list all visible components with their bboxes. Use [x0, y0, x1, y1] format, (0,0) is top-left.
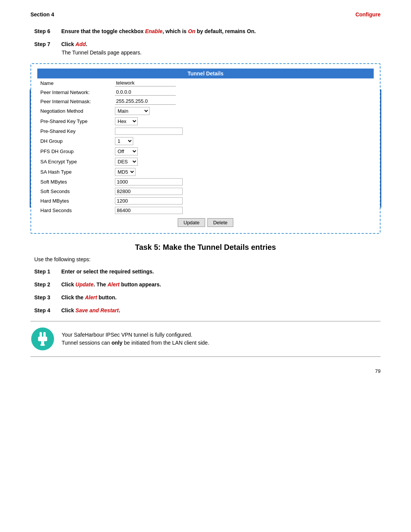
soft-seconds-input[interactable]: [115, 188, 183, 195]
update-button[interactable]: Update: [178, 218, 205, 227]
field-value-pskt[interactable]: Hex ASCII: [113, 116, 374, 126]
table-row: PFS DH Group Off 1 2 5: [37, 146, 374, 157]
field-value-name: telework: [113, 78, 374, 88]
task5-step-1-text: Enter or select the required settings.: [61, 268, 154, 275]
note-line2: Tunnel sessions can only be initiated fr…: [62, 339, 209, 347]
task5-step-4-number: Step 4: [34, 307, 55, 313]
task5-step-2-block: Step 2 Click Update. The Alert button ap…: [30, 281, 381, 288]
field-label-softs: Soft Seconds: [37, 187, 113, 196]
field-label-pinm: Peer Internal Netmask:: [37, 97, 113, 106]
note-icon: [30, 327, 55, 351]
field-value-psk[interactable]: [113, 126, 374, 136]
step-6-block: Step 6 Ensure that the toggle checkbox E…: [30, 28, 381, 34]
configure-label: Configure: [355, 11, 381, 18]
field-value-dhg[interactable]: 1 2 5: [113, 136, 374, 146]
hard-mbytes-input[interactable]: [115, 197, 183, 204]
svg-rect-2: [43, 332, 46, 337]
task5-step-3-text: Click the Alert button.: [61, 294, 116, 300]
field-label-pskt: Pre-Shared Key Type: [37, 116, 113, 126]
table-row: Negotiation Method Main Aggressive: [37, 106, 374, 116]
sa-encrypt-type-select[interactable]: DES 3DES AES: [115, 158, 138, 166]
field-value-saht[interactable]: MD5 SHA1: [113, 167, 374, 177]
field-value-pin: 0.0.0.0: [113, 88, 374, 97]
task5-step-1-block: Step 1 Enter or select the required sett…: [30, 268, 381, 275]
task5-step-1-line: Step 1 Enter or select the required sett…: [34, 268, 381, 275]
page-header: Section 4 Configure: [30, 11, 381, 18]
task5-step-3-line: Step 3 Click the Alert button.: [34, 294, 381, 300]
psk-type-select[interactable]: Hex ASCII: [115, 117, 138, 125]
task5-step-4-line: Step 4 Click Save and Restart.: [34, 307, 381, 313]
field-label-softmb: Soft MBytes: [37, 177, 113, 187]
tunnel-button-row: Update Delete: [37, 218, 374, 227]
task5-step-3-number: Step 3: [34, 294, 55, 300]
table-row: Hard Seconds: [37, 206, 374, 215]
table-row: Soft Seconds: [37, 187, 374, 196]
field-label-dhg: DH Group: [37, 136, 113, 146]
field-label-pfsdhg: PFS DH Group: [37, 146, 113, 157]
field-value-pinm: 255.255.255.0: [113, 97, 374, 106]
table-row: Soft MBytes: [37, 177, 374, 187]
table-row: Peer Internal Netmask: 255.255.255.0: [37, 97, 374, 106]
pfs-dh-group-select[interactable]: Off 1 2 5: [115, 147, 138, 155]
field-value-softs[interactable]: [113, 187, 374, 196]
note-box: Your SafeHarbour IPSec VPN tunnel is ful…: [30, 321, 381, 357]
tunnel-title: Tunnel Details: [37, 69, 374, 78]
field-label-hards: Hard Seconds: [37, 206, 113, 215]
table-row: SA Encrypt Type DES 3DES AES: [37, 157, 374, 167]
field-label-name: Name: [37, 78, 113, 88]
step-7-line: Step 7 Click Add.: [34, 41, 381, 47]
field-value-pfsdhg[interactable]: Off 1 2 5: [113, 146, 374, 157]
field-value-hardmb[interactable]: [113, 196, 374, 206]
page-number: 79: [30, 368, 381, 374]
negotiation-method-select[interactable]: Main Aggressive: [115, 107, 150, 115]
table-row: SA Hash Type MD5 SHA1: [37, 167, 374, 177]
field-label-saet: SA Encrypt Type: [37, 157, 113, 167]
task5-heading: Task 5: Make the Tunnel Details entries: [30, 243, 381, 252]
section-label: Section 4: [30, 11, 54, 18]
tunnel-panel-wrapper: Tunnel Details Name telework Peer Intern…: [30, 63, 381, 234]
svg-rect-3: [38, 337, 47, 341]
field-value-saet[interactable]: DES 3DES AES: [113, 157, 374, 167]
field-label-hardmb: Hard MBytes: [37, 196, 113, 206]
step-6-text: Ensure that the toggle checkbox Enable, …: [61, 28, 256, 34]
field-value-hards[interactable]: [113, 206, 374, 215]
step-7-text: Click Add.: [61, 41, 87, 47]
step-6-number: Step 6: [34, 28, 55, 34]
step-7-block: Step 7 Click Add. The Tunnel Details pag…: [30, 41, 381, 56]
step-7-sub: The Tunnel Details page appears.: [34, 50, 381, 56]
step-7-number: Step 7: [34, 41, 55, 47]
svg-rect-5: [40, 344, 45, 346]
step-6-line: Step 6 Ensure that the toggle checkbox E…: [34, 28, 381, 34]
field-label-negm: Negotiation Method: [37, 106, 113, 116]
sa-hash-type-select[interactable]: MD5 SHA1: [115, 168, 135, 176]
hard-seconds-input[interactable]: [115, 207, 183, 214]
task5-step-2-text: Click Update. The Alert button appears.: [61, 281, 161, 288]
psk-input[interactable]: [115, 128, 183, 135]
note-line1: Your SafeHarbour IPSec VPN tunnel is ful…: [62, 331, 209, 339]
dh-group-select[interactable]: 1 2 5: [115, 137, 133, 145]
task5-step-1-number: Step 1: [34, 268, 55, 275]
tunnel-panel: Tunnel Details Name telework Peer Intern…: [30, 63, 381, 234]
field-value-negm[interactable]: Main Aggressive: [113, 106, 374, 116]
field-label-psk: Pre-Shared Key: [37, 126, 113, 136]
field-label-saht: SA Hash Type: [37, 167, 113, 177]
table-row: DH Group 1 2 5: [37, 136, 374, 146]
table-row: Pre-Shared Key: [37, 126, 374, 136]
tunnel-table: Tunnel Details Name telework Peer Intern…: [37, 69, 374, 215]
task5-step-2-line: Step 2 Click Update. The Alert button ap…: [34, 281, 381, 288]
task5-step-4-text: Click Save and Restart.: [61, 307, 120, 313]
table-row: Hard MBytes: [37, 196, 374, 206]
task5-step-2-number: Step 2: [34, 281, 55, 288]
accent-right: [380, 89, 381, 208]
delete-button[interactable]: Delete: [207, 218, 233, 227]
task5-step-3-block: Step 3 Click the Alert button.: [30, 294, 381, 300]
task5-step-4-block: Step 4 Click Save and Restart.: [30, 307, 381, 313]
table-row: Pre-Shared Key Type Hex ASCII: [37, 116, 374, 126]
field-value-softmb[interactable]: [113, 177, 374, 187]
soft-mbytes-input[interactable]: [115, 178, 183, 185]
note-text: Your SafeHarbour IPSec VPN tunnel is ful…: [62, 331, 209, 347]
accent-left: [30, 89, 31, 208]
task5-sub: Use the following steps:: [34, 256, 381, 262]
table-row: Peer Internal Network: 0.0.0.0: [37, 88, 374, 97]
field-label-pin: Peer Internal Network:: [37, 88, 113, 97]
